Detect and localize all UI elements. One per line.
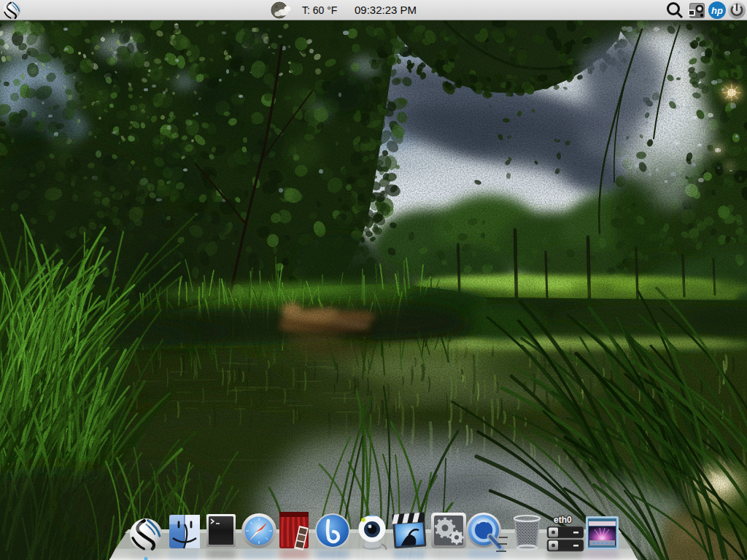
svg-text:hp: hp: [711, 5, 723, 16]
svg-text:eth0: eth0: [554, 515, 572, 525]
